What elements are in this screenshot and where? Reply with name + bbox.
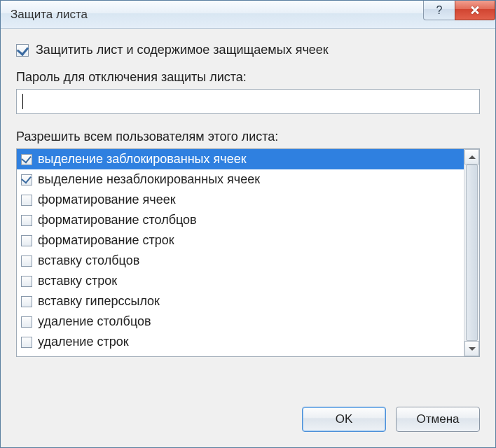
permission-checkbox[interactable] [21,195,32,206]
text-caret [22,94,23,109]
scroll-thumb[interactable] [466,164,478,341]
window-controls: ? [424,1,495,20]
help-button[interactable]: ? [423,1,455,20]
window-title: Защита листа [11,8,88,22]
close-icon [469,6,481,15]
permission-label: удаление столбцов [38,314,151,329]
permission-checkbox[interactable] [21,215,32,226]
close-button[interactable] [455,1,495,20]
list-item[interactable]: удаление столбцов [17,312,464,332]
list-item[interactable]: форматирование ячеек [17,190,464,210]
protect-sheet-row: Защитить лист и содержимое защищаемых яч… [16,43,480,57]
permission-label: вставку столбцов [38,253,139,268]
permission-checkbox[interactable] [21,154,32,165]
permissions-list-body[interactable]: выделение заблокированных ячееквыделение… [17,149,464,356]
titlebar: Защита листа ? [1,1,495,29]
dialog-footer: OK Отмена [1,407,495,447]
scroll-up-button[interactable] [464,149,479,164]
password-input[interactable] [16,89,480,114]
permission-label: удаление строк [38,335,129,349]
permission-label: форматирование столбцов [38,213,197,227]
ok-button[interactable]: OK [302,407,386,432]
permission-label: вставку строк [38,274,117,288]
permissions-list: выделение заблокированных ячееквыделение… [16,148,480,357]
permission-checkbox[interactable] [21,276,32,287]
permission-checkbox[interactable] [21,296,32,307]
list-item[interactable]: выделение незаблокированных ячеек [17,169,464,190]
permission-label: форматирование ячеек [38,192,176,207]
protect-sheet-label: Защитить лист и содержимое защищаемых яч… [36,43,329,57]
dialog-window: Защита листа ? Защитить лист и содержимо… [0,0,496,448]
help-icon: ? [436,4,443,17]
chevron-up-icon [469,155,476,159]
list-item[interactable]: форматирование строк [17,230,464,251]
password-label: Пароль для отключения защиты листа: [16,70,480,85]
scroll-down-button[interactable] [464,341,479,356]
protect-sheet-checkbox[interactable] [16,44,29,57]
list-item[interactable]: вставку строк [17,271,464,291]
permission-checkbox[interactable] [21,235,32,246]
permission-checkbox[interactable] [21,255,32,267]
permissions-label: Разрешить всем пользователям этого листа… [16,130,480,144]
scrollbar[interactable] [464,149,479,356]
scroll-track[interactable] [464,164,479,341]
chevron-down-icon [469,347,476,351]
permission-checkbox[interactable] [21,316,32,328]
list-item[interactable]: выделение заблокированных ячеек [17,149,464,169]
dialog-content: Защитить лист и содержимое защищаемых яч… [1,29,495,407]
list-item[interactable]: форматирование столбцов [17,210,464,230]
cancel-button[interactable]: Отмена [396,407,480,432]
permission-label: вставку гиперссылок [38,294,160,309]
ok-button-label: OK [336,412,353,426]
permission-label: выделение незаблокированных ячеек [38,172,260,187]
permission-checkbox[interactable] [21,174,32,186]
list-item[interactable]: удаление строк [17,332,464,352]
permission-label: выделение заблокированных ячеек [38,152,247,167]
permission-label: форматирование строк [38,233,174,248]
permission-checkbox[interactable] [21,337,32,348]
list-item[interactable]: вставку столбцов [17,251,464,271]
cancel-button-label: Отмена [417,412,460,426]
list-item[interactable]: вставку гиперссылок [17,291,464,312]
